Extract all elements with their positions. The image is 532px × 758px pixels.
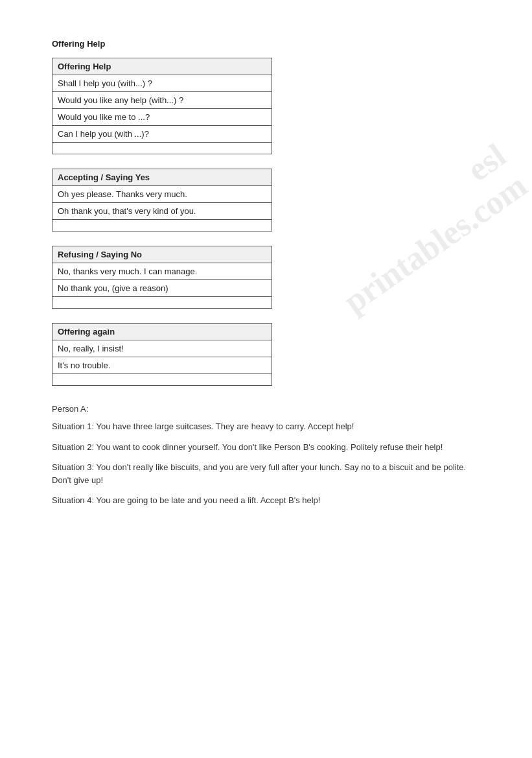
table-row: Oh yes please. Thanks very much.: [52, 186, 272, 203]
phrase-cell: Can I help you (with ...)?: [52, 126, 272, 143]
table-row: [52, 297, 272, 309]
table-header-accepting: Accepting / Saying Yes: [52, 169, 272, 186]
phrase-table-offering-again: Offering againNo, really, I insist!It's …: [52, 323, 272, 386]
phrase-cell: No thank you, (give a reason): [52, 280, 272, 297]
table-row: No, thanks very much. I can manage.: [52, 263, 272, 280]
section-offering-again: Offering againNo, really, I insist!It's …: [52, 323, 480, 386]
table-row: Can I help you (with ...)?: [52, 126, 272, 143]
table-row: Would you like me to ...?: [52, 109, 272, 126]
phrase-cell: Shall I help you (with...) ?: [52, 75, 272, 92]
phrase-cell: Oh yes please. Thanks very much.: [52, 186, 272, 203]
phrase-cell: No, thanks very much. I can manage.: [52, 263, 272, 280]
table-row: [52, 220, 272, 231]
page-title: Offering Help: [52, 39, 480, 49]
phrase-cell: [52, 374, 272, 386]
table-row: Shall I help you (with...) ?: [52, 75, 272, 92]
phrase-table-refusing: Refusing / Saying NoNo, thanks very much…: [52, 246, 272, 309]
phrase-cell: [52, 143, 272, 154]
phrase-cell: Oh thank you, that's very kind of you.: [52, 203, 272, 220]
table-header-offering-again: Offering again: [52, 324, 272, 340]
table-row: [52, 374, 272, 386]
phrase-cell: No, really, I insist!: [52, 340, 272, 357]
person-label: Person A:: [52, 404, 480, 414]
situations-section: Person A: Situation 1: You have three la…: [52, 404, 480, 507]
situation-item-4: Situation 4: You are going to be late an…: [52, 494, 480, 507]
situation-item-3: Situation 3: You don't really like biscu…: [52, 461, 480, 486]
phrase-cell: Would you like any help (with...) ?: [52, 92, 272, 109]
table-row: It's no trouble.: [52, 357, 272, 374]
table-row: No, really, I insist!: [52, 340, 272, 357]
phrase-table-accepting: Accepting / Saying YesOh yes please. Tha…: [52, 169, 272, 231]
section-offering-help: Offering HelpShall I help you (with...) …: [52, 58, 480, 154]
section-refusing: Refusing / Saying NoNo, thanks very much…: [52, 246, 480, 309]
table-row: No thank you, (give a reason): [52, 280, 272, 297]
table-row: Would you like any help (with...) ?: [52, 92, 272, 109]
table-row: Oh thank you, that's very kind of you.: [52, 203, 272, 220]
phrase-table-offering-help: Offering HelpShall I help you (with...) …: [52, 58, 272, 154]
table-header-refusing: Refusing / Saying No: [52, 246, 272, 263]
situation-item-2: Situation 2: You want to cook dinner you…: [52, 441, 480, 454]
phrase-cell: Would you like me to ...?: [52, 109, 272, 126]
situation-item-1: Situation 1: You have three large suitca…: [52, 420, 480, 433]
phrase-cell: It's no trouble.: [52, 357, 272, 374]
section-accepting: Accepting / Saying YesOh yes please. Tha…: [52, 169, 480, 231]
table-header-offering-help: Offering Help: [52, 58, 272, 75]
phrase-cell: [52, 297, 272, 309]
table-row: [52, 143, 272, 154]
phrase-cell: [52, 220, 272, 231]
